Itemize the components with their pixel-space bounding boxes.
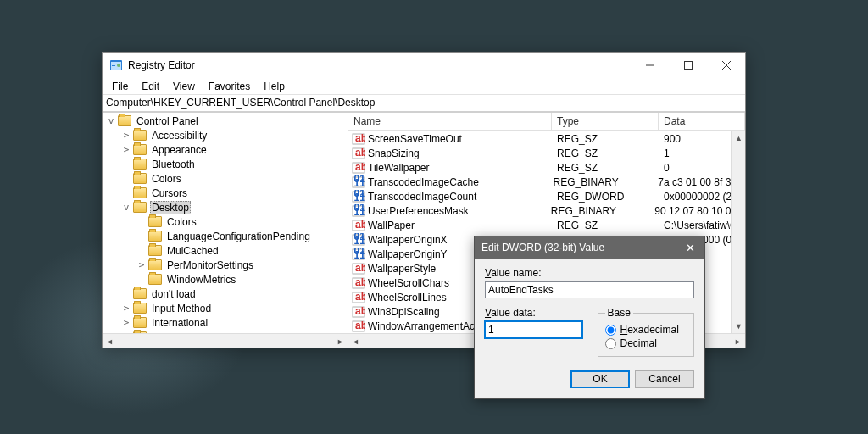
maximize-button[interactable]	[669, 53, 707, 78]
radio-dec[interactable]: Decimal	[605, 337, 687, 349]
svg-text:110: 110	[354, 206, 366, 218]
list-row[interactable]: abTileWallpaperREG_SZ0	[348, 160, 745, 175]
list-v-scrollbar[interactable]: ▲▼	[731, 131, 745, 333]
tree-node[interactable]: Colors	[103, 214, 348, 229]
menu-view[interactable]: View	[166, 79, 202, 94]
svg-text:ab: ab	[355, 276, 365, 288]
list-row[interactable]: 011110TranscodedImageCacheREG_BINARY7a c…	[348, 175, 745, 189]
col-name[interactable]: Name	[348, 113, 552, 130]
svg-text:110: 110	[354, 249, 366, 261]
value-name-label: Value name:	[485, 267, 694, 279]
svg-text:ab: ab	[355, 305, 365, 317]
minimize-button[interactable]	[631, 53, 669, 78]
ok-button[interactable]: OK	[570, 370, 630, 388]
tree-pane[interactable]: vControl Panel>Accessibility>AppearanceB…	[103, 113, 348, 348]
menu-file[interactable]: File	[105, 79, 135, 94]
cancel-button[interactable]: Cancel	[635, 370, 694, 388]
value-data-input[interactable]	[485, 321, 582, 338]
svg-text:ab: ab	[355, 147, 365, 159]
svg-rect-2	[112, 64, 115, 64]
list-header[interactable]: Name Type Data	[348, 113, 745, 131]
tree-node[interactable]: Colors	[103, 171, 348, 186]
col-data[interactable]: Data	[659, 113, 745, 130]
edit-dword-dialog: Edit DWORD (32-bit) Value ✕ Value name: …	[474, 236, 705, 399]
list-row[interactable]: abWallPaperREG_SZC:\Users\fatiw\On	[348, 218, 745, 232]
menubar: File Edit View Favorites Help	[103, 78, 745, 95]
tree-node[interactable]: vDesktop	[103, 200, 348, 214]
address-bar: Computer\HKEY_CURRENT_USER\Control Panel…	[103, 95, 745, 112]
address-input[interactable]: Computer\HKEY_CURRENT_USER\Control Panel…	[106, 97, 742, 108]
tree-node[interactable]: vControl Panel	[103, 114, 348, 128]
tree-node[interactable]: MuiCached	[103, 243, 348, 258]
tree-node[interactable]: WindowMetrics	[103, 272, 348, 287]
titlebar[interactable]: Registry Editor	[103, 53, 745, 78]
list-row[interactable]: abScreenSaveTimeOutREG_SZ900	[348, 131, 745, 146]
tree-node[interactable]: Bluetooth	[103, 157, 348, 171]
svg-text:ab: ab	[355, 320, 365, 331]
menu-favorites[interactable]: Favorites	[202, 79, 257, 94]
app-icon	[109, 58, 123, 72]
svg-text:ab: ab	[355, 132, 365, 144]
svg-text:ab: ab	[355, 161, 365, 173]
dialog-close-button[interactable]: ✕	[677, 238, 703, 257]
value-name-input[interactable]	[485, 281, 694, 298]
window-title: Registry Editor	[128, 59, 631, 71]
menu-edit[interactable]: Edit	[135, 79, 166, 94]
svg-text:ab: ab	[355, 219, 365, 231]
close-button[interactable]	[707, 53, 745, 78]
tree-node[interactable]: >International	[103, 315, 348, 330]
tree-node[interactable]: >Appearance	[103, 142, 348, 157]
menu-help[interactable]: Help	[257, 79, 292, 94]
tree-node[interactable]: >Accessibility	[103, 128, 348, 142]
tree-node[interactable]: LanguageConfigurationPending	[103, 229, 348, 243]
tree-h-scrollbar[interactable]: ◄►	[103, 333, 348, 348]
col-type[interactable]: Type	[552, 113, 659, 130]
base-group: Base Hexadecimal Decimal	[598, 307, 695, 357]
tree-node[interactable]: >PerMonitorSettings	[103, 258, 348, 272]
svg-text:110: 110	[354, 177, 366, 189]
svg-rect-6	[684, 62, 692, 70]
list-row[interactable]: 011110TranscodedImageCountREG_DWORD0x000…	[348, 189, 745, 203]
svg-point-4	[117, 64, 120, 67]
list-row[interactable]: abSnapSizingREG_SZ1	[348, 146, 745, 160]
dialog-titlebar[interactable]: Edit DWORD (32-bit) Value ✕	[475, 236, 704, 259]
base-legend: Base	[605, 307, 633, 319]
svg-text:ab: ab	[355, 291, 365, 303]
radio-hex[interactable]: Hexadecimal	[605, 324, 687, 336]
list-row[interactable]: 011110UserPreferencesMaskREG_BINARY90 12…	[348, 203, 745, 218]
value-data-label: Value data:	[485, 307, 582, 319]
dialog-title: Edit DWORD (32-bit) Value	[481, 242, 677, 253]
svg-text:110: 110	[354, 235, 366, 247]
svg-text:110: 110	[354, 192, 366, 203]
tree-node[interactable]: >Input Method	[103, 301, 348, 315]
tree-node[interactable]: don't load	[103, 287, 348, 301]
tree-node[interactable]: Cursors	[103, 186, 348, 200]
svg-text:ab: ab	[355, 262, 365, 274]
svg-rect-3	[112, 65, 115, 66]
